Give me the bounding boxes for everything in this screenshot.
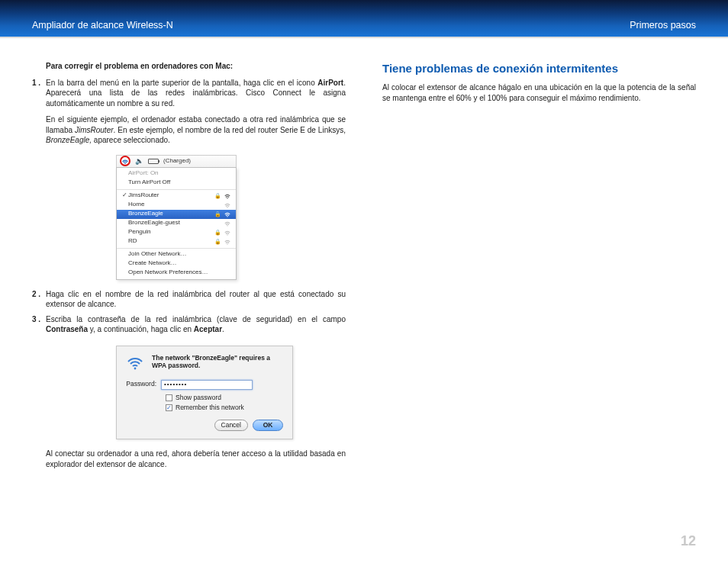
airport-status-row: AirPort: On <box>117 169 236 179</box>
airport-icon[interactable] <box>120 156 130 166</box>
battery-status: (Charged) <box>163 157 191 166</box>
svg-point-5 <box>227 234 227 235</box>
wifi-icon <box>224 239 231 245</box>
wifi-large-icon <box>126 354 144 372</box>
closing-paragraph: Al conectar su ordenador a una red, ahor… <box>46 449 346 469</box>
section-heading: Tiene problemas de conexión intermitente… <box>382 61 696 76</box>
lock-icon: 🔒 <box>214 238 221 245</box>
password-input[interactable]: •••••••• <box>161 380 253 390</box>
turn-airport-off[interactable]: Turn AirPort Off <box>117 179 236 188</box>
header-right: Primeros pasos <box>630 20 696 31</box>
page-number: 12 <box>681 533 696 549</box>
join-other-network[interactable]: Join Other Network… <box>117 250 236 259</box>
network-rd[interactable]: RD🔒 <box>117 237 236 246</box>
svg-point-6 <box>227 243 227 244</box>
remember-network-checkbox[interactable]: ✓ <box>166 404 172 411</box>
svg-point-1 <box>227 198 227 198</box>
example-paragraph: En el siguiente ejemplo, el ordenador es… <box>46 114 346 146</box>
network-bronzeeagle-guest[interactable]: BronzeEagle-guest <box>117 219 236 228</box>
open-network-preferences[interactable]: Open Network Preferences… <box>117 269 236 278</box>
svg-point-7 <box>134 367 137 369</box>
right-column: Tiene problemas de conexión intermitente… <box>382 61 696 475</box>
svg-point-4 <box>227 225 227 226</box>
lock-icon: 🔒 <box>214 192 221 199</box>
step-2: 2 . Haga clic en el nombre de la red ina… <box>32 289 346 310</box>
section-body: Al colocar el extensor de alcance hágalo… <box>382 82 696 103</box>
left-column: Para corregir el problema en ordenadores… <box>32 61 346 475</box>
wifi-icon <box>224 202 231 208</box>
step-number: 1 . <box>32 78 46 109</box>
wifi-icon <box>224 220 231 227</box>
step-3: 3 . Escriba la contraseña de la red inal… <box>32 314 346 335</box>
step1-bold: AirPort <box>317 79 343 87</box>
page-header: Ampliador de alcance Wireless-N Primeros… <box>0 0 728 38</box>
step-number: 3 . <box>32 314 46 335</box>
network-bronzeeagle[interactable]: BronzeEagle🔒 <box>117 210 236 219</box>
step1-text-a: En la barra del menú en la parte superio… <box>46 79 317 87</box>
show-password-checkbox[interactable] <box>166 394 172 401</box>
battery-icon <box>148 159 159 164</box>
wifi-icon <box>224 230 231 236</box>
remember-network-row[interactable]: ✓ Remember this network <box>166 404 283 412</box>
network-home[interactable]: Home <box>117 201 236 210</box>
mac-fix-heading: Para corregir el problema en ordenadores… <box>46 61 346 72</box>
show-password-row[interactable]: Show password <box>166 394 283 402</box>
svg-point-0 <box>124 163 126 165</box>
svg-point-2 <box>227 207 227 208</box>
mac-menubar: 🔈 (Charged) <box>116 155 237 167</box>
create-network[interactable]: Create Network… <box>117 259 236 269</box>
ok-button[interactable]: OK <box>253 420 283 431</box>
lock-icon: 🔒 <box>214 229 221 236</box>
svg-point-3 <box>227 216 227 217</box>
step-1: 1 . En la barra del menú en la parte sup… <box>32 78 346 109</box>
network-jimsrouter[interactable]: ✓JimsRouter🔒 <box>117 191 236 201</box>
airport-dropdown: AirPort: On Turn AirPort Off ✓JimsRouter… <box>116 167 237 280</box>
password-label: Password: <box>126 380 161 388</box>
cancel-button[interactable]: Cancel <box>214 420 248 431</box>
wifi-icon <box>224 193 231 199</box>
speaker-icon: 🔈 <box>135 156 143 166</box>
wpa-message: The network "BronzeEagle" requires a WPA… <box>152 354 283 370</box>
wpa-dialog-figure: The network "BronzeEagle" requires a WPA… <box>116 346 293 440</box>
lock-icon: 🔒 <box>214 211 221 217</box>
airport-menu-figure: 🔈 (Charged) AirPort: On Turn AirPort Off… <box>116 155 237 280</box>
network-penguin[interactable]: Penguin🔒 <box>117 228 236 237</box>
wifi-icon <box>224 211 231 217</box>
step-number: 2 . <box>32 289 46 310</box>
header-left: Ampliador de alcance Wireless-N <box>32 20 173 31</box>
